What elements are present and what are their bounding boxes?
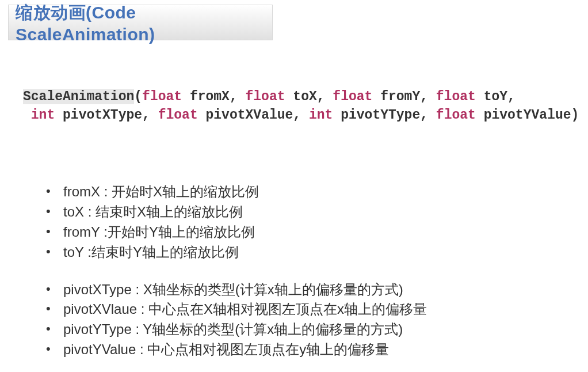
- code-line-1: ScaleAnimation(float fromX, float toX, f…: [23, 88, 588, 106]
- list-item: toX : 结束时X轴上的缩放比例: [46, 202, 588, 222]
- spacer: [46, 263, 588, 280]
- list-item: pivotXVlaue : 中心点在X轴相对视图左顶点在x轴上的偏移量: [46, 299, 588, 320]
- code-line-2: int pivotXType, float pivotXValue, int p…: [23, 106, 588, 124]
- list-item: fromY :开始时Y轴上的缩放比例: [46, 222, 588, 242]
- title-bar: 缩放动画(Code ScaleAnimation): [8, 5, 273, 40]
- class-name: ScaleAnimation: [23, 89, 134, 104]
- parameter-descriptions: fromX : 开始时X轴上的缩放比例 toX : 结束时X轴上的缩放比例 fr…: [46, 182, 588, 359]
- list-item: pivotXType : X轴坐标的类型(计算x轴上的偏移量的方式): [46, 280, 588, 300]
- list-item: pivotYType : Y轴坐标的类型(计算x轴上的偏移量的方式): [46, 320, 588, 340]
- list-item: toY :结束时Y轴上的缩放比例: [46, 242, 588, 263]
- page-title: 缩放动画(Code ScaleAnimation): [16, 1, 272, 44]
- list-item: pivotYValue : 中心点相对视图左顶点在y轴上的偏移量: [46, 340, 588, 360]
- list-item: fromX : 开始时X轴上的缩放比例: [46, 182, 588, 202]
- code-signature: ScaleAnimation(float fromX, float toX, f…: [23, 88, 588, 124]
